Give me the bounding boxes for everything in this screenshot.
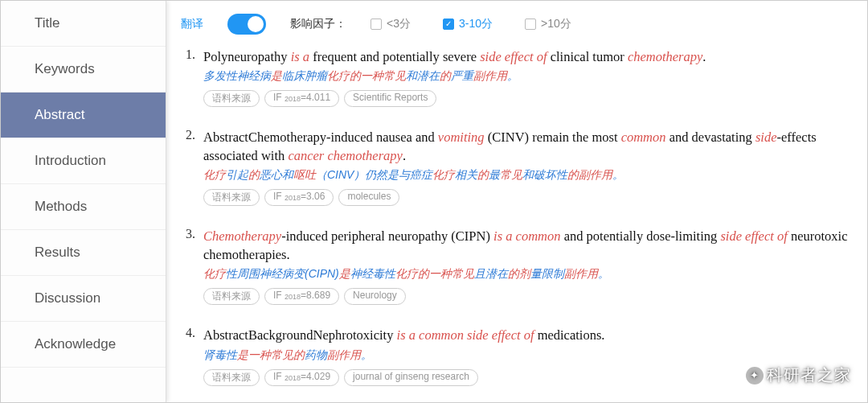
if-filter-option[interactable]: >10分 [525, 17, 571, 31]
sidebar-item-introduction[interactable]: Introduction [1, 138, 166, 184]
sidebar-item-keywords[interactable]: Keywords [1, 47, 166, 93]
sidebar: TitleKeywordsAbstractIntroductionMethods… [1, 1, 166, 402]
sidebar-item-acknowledge[interactable]: Acknowledge [1, 322, 166, 368]
impact-factor-label: 影响因子： [290, 17, 346, 31]
result-chinese: 多发性神经病是临床肿瘤化疗的一种常见和潜在的严重副作用。 [203, 69, 853, 84]
result-english: Chemotherapy-induced peripheral neuropat… [203, 227, 853, 264]
sidebar-item-results[interactable]: Results [1, 230, 166, 276]
result-english: AbstractBackgroundNephrotoxicity is a co… [203, 326, 853, 344]
checkbox-icon [443, 19, 454, 30]
sidebar-item-abstract[interactable]: Abstract [1, 93, 166, 138]
if-filter-option[interactable]: 3-10分 [443, 17, 493, 31]
results-list: 1.Polyneuropathy is a frequent and poten… [181, 47, 853, 386]
tag[interactable]: IF 2018=4.011 [264, 90, 339, 107]
tag[interactable]: 语料来源 [203, 90, 260, 107]
filter-bar: 翻译 影响因子： <3分3-10分>10分 [181, 9, 853, 47]
checkbox-label: 3-10分 [459, 17, 493, 31]
sidebar-item-title[interactable]: Title [1, 1, 166, 47]
tag[interactable]: IF 2018=4.029 [264, 369, 339, 386]
if-filter-option[interactable]: <3分 [371, 17, 411, 31]
checkbox-icon [371, 19, 382, 30]
result-number: 2. [181, 128, 195, 206]
result-item: 1.Polyneuropathy is a frequent and poten… [181, 47, 853, 107]
translate-toggle[interactable] [227, 14, 266, 35]
result-number: 4. [181, 326, 195, 385]
if-filter-group: <3分3-10分>10分 [371, 17, 571, 31]
tag[interactable]: Neurology [344, 288, 406, 305]
result-body: AbstractChemotherapy-induced nausea and … [203, 128, 853, 206]
result-chinese: 肾毒性是一种常见的药物副作用。 [203, 348, 853, 363]
result-tags: 语料来源IF 2018=4.011Scientific Reports [203, 90, 853, 107]
result-number: 1. [181, 47, 195, 107]
sidebar-item-methods[interactable]: Methods [1, 184, 166, 230]
result-english: Polyneuropathy is a frequent and potenti… [203, 47, 853, 66]
tag[interactable]: 语料来源 [203, 288, 260, 305]
watermark-text: 科研者之家 [767, 364, 851, 386]
tag[interactable]: molecules [338, 189, 399, 206]
app-container: TitleKeywordsAbstractIntroductionMethods… [0, 0, 868, 403]
checkbox-icon [525, 19, 536, 30]
tag[interactable]: journal of ginseng research [344, 369, 478, 386]
watermark: ✦ 科研者之家 [746, 364, 851, 386]
translate-label: 翻译 [181, 17, 203, 31]
result-number: 3. [181, 227, 195, 305]
result-item: 3.Chemotherapy-induced peripheral neurop… [181, 227, 853, 305]
result-item: 2.AbstractChemotherapy-induced nausea an… [181, 128, 853, 206]
main-panel: 翻译 影响因子： <3分3-10分>10分 1.Polyneuropathy i… [166, 1, 867, 402]
tag[interactable]: Scientific Reports [344, 90, 436, 107]
result-chinese: 化疗引起的恶心和呕吐（CINV）仍然是与癌症化疗相关的最常见和破坏性的副作用。 [203, 168, 853, 183]
tag[interactable]: IF 2018=3.06 [264, 189, 334, 206]
result-tags: 语料来源IF 2018=8.689Neurology [203, 288, 853, 305]
result-chinese: 化疗性周围神经病变(CIPN)是神经毒性化疗的一种常见且潜在的剂量限制副作用。 [203, 267, 853, 282]
checkbox-label: <3分 [387, 17, 411, 31]
tag[interactable]: IF 2018=8.689 [264, 288, 339, 305]
wechat-icon: ✦ [746, 367, 764, 384]
result-body: Polyneuropathy is a frequent and potenti… [203, 47, 853, 107]
result-english: AbstractChemotherapy-induced nausea and … [203, 128, 853, 165]
checkbox-label: >10分 [541, 17, 571, 31]
sidebar-item-discussion[interactable]: Discussion [1, 276, 166, 322]
result-body: Chemotherapy-induced peripheral neuropat… [203, 227, 853, 305]
tag[interactable]: 语料来源 [203, 189, 260, 206]
result-tags: 语料来源IF 2018=3.06molecules [203, 189, 853, 206]
tag[interactable]: 语料来源 [203, 369, 260, 386]
